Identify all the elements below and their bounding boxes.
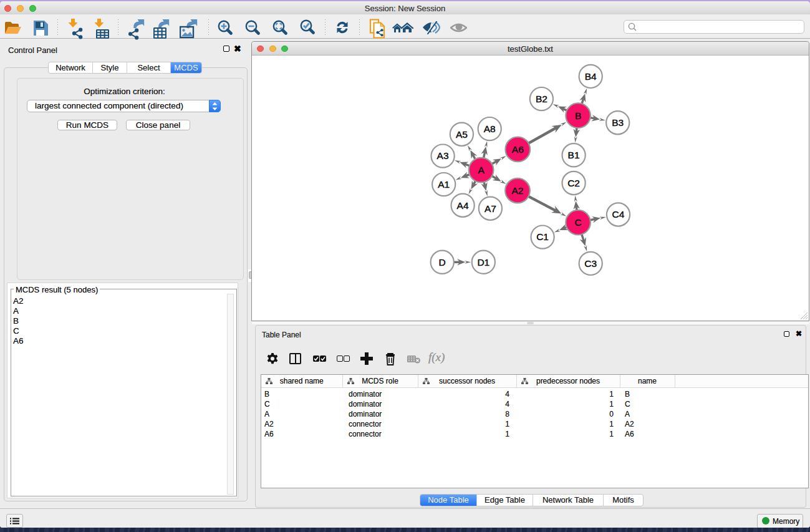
svg-text:B3: B3 (612, 117, 624, 128)
svg-text:A7: A7 (485, 203, 496, 214)
svg-text:A: A (478, 165, 485, 175)
svg-text:C: C (574, 217, 581, 228)
svg-text:A8: A8 (484, 123, 496, 134)
svg-text:B1: B1 (568, 150, 580, 160)
svg-text:C3: C3 (584, 258, 597, 269)
svg-text:B4: B4 (585, 71, 597, 82)
svg-text:A6: A6 (512, 144, 524, 155)
svg-text:B: B (575, 110, 581, 121)
svg-text:C2: C2 (567, 178, 580, 188)
svg-text:A1: A1 (438, 179, 450, 190)
svg-text:A3: A3 (437, 150, 449, 161)
svg-text:D: D (439, 257, 446, 268)
svg-text:A5: A5 (456, 129, 468, 140)
svg-text:A4: A4 (457, 200, 469, 211)
svg-text:C1: C1 (536, 231, 549, 242)
svg-text:C4: C4 (612, 209, 625, 220)
svg-text:D1: D1 (477, 257, 489, 268)
svg-text:B2: B2 (536, 94, 547, 104)
svg-text:A2: A2 (512, 185, 524, 196)
